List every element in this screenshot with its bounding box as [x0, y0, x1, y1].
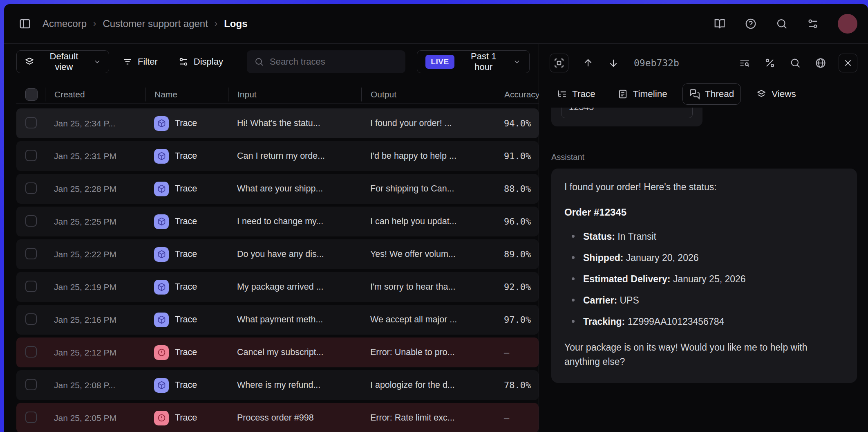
row-checkbox[interactable] — [16, 117, 45, 130]
table-row[interactable]: Jan 25, 2:08 P... Trace Where is my refu… — [16, 370, 539, 400]
tab-views[interactable]: Views — [749, 83, 803, 105]
trace-cube-icon — [154, 116, 169, 131]
app-window: Acmecorp › Customer support agent › Logs — [4, 4, 868, 432]
thread-chat-icon — [689, 89, 700, 99]
tab-trace[interactable]: Trace — [550, 83, 602, 105]
row-input: What are your shipp... — [228, 184, 361, 194]
trace-cube-icon — [154, 247, 169, 262]
message-outro: Your package is on its way! Would you li… — [564, 340, 844, 369]
search-traces-input[interactable] — [270, 56, 398, 67]
row-accuracy: 96.0% — [495, 216, 539, 227]
breadcrumb-org[interactable]: Acmecorp — [43, 18, 87, 29]
settings-sliders-icon[interactable] — [807, 18, 819, 30]
order-detail-item: Carrier: UPS — [564, 293, 844, 308]
row-checkbox[interactable] — [16, 313, 45, 326]
row-name: Trace — [145, 411, 228, 425]
view-selector-button[interactable]: Default view — [16, 50, 109, 73]
row-name: Trace — [145, 182, 228, 196]
timeline-doc-icon — [617, 89, 628, 99]
tab-thread[interactable]: Thread — [682, 83, 741, 105]
row-name-label: Trace — [175, 216, 197, 227]
row-created: Jan 25, 2:08 P... — [45, 380, 145, 390]
table-row[interactable]: Jan 25, 2:19 PM Trace My package arrived… — [16, 272, 539, 302]
row-checkbox[interactable] — [16, 346, 45, 359]
row-name-label: Trace — [175, 380, 197, 390]
row-checkbox[interactable] — [16, 379, 45, 392]
row-created: Jan 25, 2:34 P... — [45, 119, 145, 128]
row-checkbox[interactable] — [16, 248, 45, 261]
row-checkbox[interactable] — [16, 281, 45, 294]
row-checkbox[interactable] — [16, 215, 45, 228]
row-checkbox[interactable] — [16, 150, 45, 163]
display-icon — [178, 56, 189, 67]
trace-cube-icon — [154, 182, 169, 196]
select-all-checkbox[interactable] — [16, 88, 45, 101]
row-output: I can help you updat... — [361, 216, 495, 227]
row-input: What payment meth... — [228, 315, 361, 325]
table-row[interactable]: Jan 25, 2:25 PM Trace I need to change m… — [16, 207, 539, 236]
table-row[interactable]: Jan 25, 2:16 PM Trace What payment meth.… — [16, 305, 539, 335]
log-search-icon[interactable] — [739, 57, 750, 69]
filter-button[interactable]: Filter — [115, 50, 165, 73]
percent-icon[interactable] — [764, 57, 776, 69]
time-range-button[interactable]: LIVE Past 1 hour — [417, 50, 530, 73]
row-checkbox[interactable] — [16, 412, 45, 425]
column-header-accuracy[interactable]: Accuracy — [495, 88, 539, 101]
column-header-output[interactable]: Output — [361, 88, 495, 101]
table-row[interactable]: Jan 25, 2:05 PM Trace Process order #998… — [16, 403, 539, 432]
column-header-input[interactable]: Input — [228, 88, 361, 101]
prev-trace-arrow-up-icon[interactable] — [582, 57, 594, 69]
row-accuracy: 94.0% — [495, 118, 539, 128]
globe-icon[interactable] — [815, 57, 826, 69]
table-row[interactable]: Jan 25, 2:31 PM Trace Can I return my or… — [16, 141, 539, 171]
row-output: For shipping to Can... — [361, 184, 495, 194]
message-role-label: Assistant — [551, 153, 857, 162]
column-header-created[interactable]: Created — [45, 88, 145, 101]
column-header-name[interactable]: Name — [145, 88, 228, 101]
row-name: Trace — [145, 313, 228, 327]
error-alert-icon — [154, 345, 169, 360]
row-accuracy: 78.0% — [495, 380, 539, 390]
tab-timeline[interactable]: Timeline — [611, 83, 674, 105]
row-input: My package arrived ... — [228, 282, 361, 292]
row-created: Jan 25, 2:05 PM — [45, 413, 145, 423]
display-button[interactable]: Display — [171, 50, 230, 73]
trace-list: Jan 25, 2:34 P... Trace Hi! What's the s… — [16, 108, 539, 432]
row-checkbox[interactable] — [16, 182, 45, 196]
row-name-label: Trace — [175, 249, 197, 259]
close-panel-button[interactable] — [839, 54, 857, 72]
order-title: Order #12345 — [564, 205, 844, 220]
find-in-trace-icon[interactable] — [790, 57, 801, 69]
filter-icon — [122, 56, 133, 67]
row-accuracy: 88.0% — [495, 184, 539, 194]
views-layers-icon — [756, 89, 767, 99]
avatar[interactable] — [838, 14, 857, 34]
breadcrumb-separator: › — [93, 18, 96, 29]
row-name-label: Trace — [175, 347, 197, 358]
next-trace-arrow-down-icon[interactable] — [608, 57, 619, 69]
search-traces-box — [247, 50, 405, 73]
row-created: Jan 25, 2:19 PM — [45, 282, 145, 292]
trace-cube-icon — [154, 280, 169, 295]
sidebar-toggle-icon[interactable] — [19, 18, 31, 30]
row-input: Do you have any dis... — [228, 249, 361, 259]
row-created: Jan 25, 2:12 PM — [45, 348, 145, 358]
row-output: I'd be happy to help ... — [361, 151, 495, 161]
row-accuracy: 97.0% — [495, 315, 539, 325]
order-detail-list: Status: In Transit Shipped: January 20, … — [564, 230, 844, 329]
docs-icon[interactable] — [714, 18, 726, 30]
row-input: Hi! What's the statu... — [228, 118, 361, 128]
row-created: Jan 25, 2:22 PM — [45, 250, 145, 259]
breadcrumb-project[interactable]: Customer support agent — [103, 18, 208, 29]
row-output: I'm sorry to hear tha... — [361, 282, 495, 292]
table-row[interactable]: Jan 25, 2:34 P... Trace Hi! What's the s… — [16, 108, 539, 138]
search-icon[interactable] — [776, 18, 788, 30]
expand-trace-button[interactable] — [550, 54, 568, 72]
help-icon[interactable] — [745, 18, 757, 30]
table-row[interactable]: Jan 25, 2:22 PM Trace Do you have any di… — [16, 239, 539, 269]
table-row[interactable]: Jan 25, 2:12 PM Trace Cancel my subscrip… — [16, 338, 539, 367]
row-input: Can I return my orde... — [228, 151, 361, 161]
display-label: Display — [194, 56, 223, 67]
order-detail-item: Tracking: 1Z999AA10123456784 — [564, 315, 844, 329]
table-row[interactable]: Jan 25, 2:28 PM Trace What are your ship… — [16, 174, 539, 204]
